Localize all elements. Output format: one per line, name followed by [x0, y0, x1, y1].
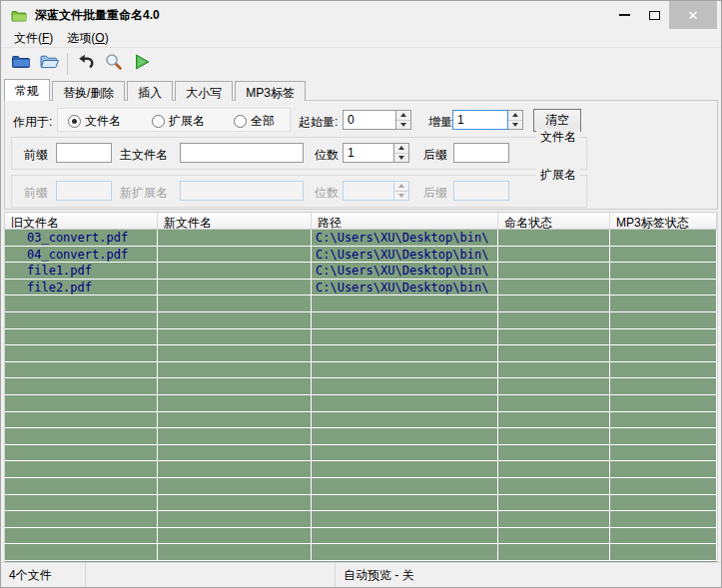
table-row[interactable]: 04_convert.pdfC:\Users\XU\Desktop\bin\ [5, 247, 717, 264]
prefix-input[interactable] [56, 143, 112, 163]
table-row[interactable]: 03_convert.pdfC:\Users\XU\Desktop\bin\ [5, 230, 717, 247]
table-cell-new_name [158, 247, 312, 264]
radio-all[interactable]: 全部 [234, 113, 275, 130]
table-cell-old_name [5, 528, 158, 545]
digits-label: 位数 [315, 147, 339, 164]
table-cell-mp3_status [610, 345, 717, 362]
tab-case[interactable]: 大小写 [175, 81, 233, 101]
table-empty-row[interactable] [5, 528, 717, 545]
minimize-button[interactable] [609, 1, 639, 29]
tab-replace-delete[interactable]: 替换/删除 [52, 81, 125, 101]
apply-to-label: 作用于: [13, 114, 52, 131]
tabstrip: 常规 替换/删除 插入 大小写 MP3标签 [1, 79, 721, 101]
table-cell-path: C:\Users\XU\Desktop\bin\ [312, 247, 498, 264]
auto-preview-panel: 自动预览 - 关 [336, 563, 721, 587]
spin-down-button[interactable] [396, 120, 410, 130]
suffix-input[interactable] [453, 143, 509, 163]
table-cell-path [312, 312, 498, 329]
spin-down-button[interactable] [394, 153, 408, 163]
table-empty-row[interactable] [5, 461, 717, 478]
table-cell-mp3_status [610, 428, 717, 445]
spin-up-button[interactable] [396, 111, 410, 120]
table-cell-name_status [498, 280, 610, 296]
column-header-old-name[interactable]: 旧文件名 [5, 213, 158, 229]
table-row[interactable]: file1.pdfC:\Users\XU\Desktop\bin\ [5, 263, 717, 280]
table-cell-old_name [5, 428, 158, 445]
prefix-label: 前缀 [24, 147, 48, 164]
menu-file[interactable]: 文件(F) [7, 29, 60, 48]
table-cell-new_name [158, 428, 312, 445]
tab-general[interactable]: 常规 [4, 79, 50, 101]
table-cell-old_name [5, 544, 158, 561]
table-empty-row[interactable] [5, 395, 717, 412]
close-button[interactable]: ✕ [669, 1, 717, 29]
maximize-icon [649, 11, 660, 20]
table-cell-path [312, 445, 498, 462]
increment-input[interactable] [452, 110, 508, 130]
column-header-name-status[interactable]: 命名状态 [498, 213, 610, 229]
table-empty-row[interactable] [5, 511, 717, 528]
table-cell-name_status [498, 395, 610, 412]
start-value-input[interactable] [343, 110, 396, 130]
spin-up-button[interactable] [394, 144, 408, 153]
table-cell-old_name [5, 378, 158, 395]
table-cell-name_status [498, 428, 610, 445]
filename-group: 文件名 前缀 主文件名 位数 后缀 [11, 137, 587, 170]
undo-icon [76, 52, 96, 75]
tab-mp3[interactable]: MP3标签 [235, 81, 306, 101]
table-cell-old_name [5, 329, 158, 346]
preview-button[interactable] [102, 52, 126, 76]
column-header-mp3-status[interactable]: MP3标签状态 [610, 213, 717, 229]
table-empty-row[interactable] [5, 412, 717, 429]
add-folder-button[interactable] [37, 52, 61, 76]
table-empty-row[interactable] [5, 312, 717, 329]
undo-button[interactable] [74, 52, 98, 76]
add-files-button[interactable] [9, 52, 33, 76]
table-cell-name_status [498, 247, 610, 264]
table-cell-old_name: 03_convert.pdf [5, 230, 158, 247]
table-cell-mp3_status [610, 461, 717, 478]
spin-up-button[interactable] [508, 111, 522, 120]
table-cell-path [312, 428, 498, 445]
table-empty-row[interactable] [5, 495, 717, 512]
spin-down-button[interactable] [508, 120, 522, 130]
window-title: 深蓝文件批量重命名4.0 [35, 7, 160, 24]
table-cell-mp3_status [610, 511, 717, 528]
table-cell-name_status [498, 345, 610, 362]
table-empty-row[interactable] [5, 362, 717, 379]
increment-label: 增量 [428, 114, 452, 131]
main-name-input[interactable] [180, 143, 304, 163]
table-cell-mp3_status [610, 445, 717, 462]
table-cell-name_status [498, 511, 610, 528]
table-empty-row[interactable] [5, 378, 717, 395]
app-window: 深蓝文件批量重命名4.0 ✕ 文件(F) 选项(O) [0, 0, 722, 588]
table-cell-old_name [5, 412, 158, 429]
maximize-button[interactable] [639, 1, 669, 29]
table-cell-new_name [158, 312, 312, 329]
table-cell-new_name [158, 263, 312, 280]
menu-options[interactable]: 选项(O) [60, 29, 115, 48]
radio-filename[interactable]: 文件名 [68, 113, 121, 130]
toolbar-separator [67, 53, 68, 75]
run-button[interactable] [130, 52, 154, 76]
table-cell-new_name [158, 378, 312, 395]
table-empty-row[interactable] [5, 445, 717, 462]
table-cell-old_name: 04_convert.pdf [5, 247, 158, 264]
table-empty-row[interactable] [5, 428, 717, 445]
column-header-new-name[interactable]: 新文件名 [158, 213, 312, 229]
table-empty-row[interactable] [5, 329, 717, 346]
suffix-label: 后缀 [423, 147, 447, 164]
table-empty-row[interactable] [5, 345, 717, 362]
table-row[interactable]: file2.pdfC:\Users\XU\Desktop\bin\ [5, 280, 717, 296]
table-empty-row[interactable] [5, 478, 717, 495]
column-header-path[interactable]: 路径 [312, 213, 498, 229]
digits-input[interactable] [343, 143, 394, 163]
table-empty-row[interactable] [5, 295, 717, 312]
table-cell-path [312, 378, 498, 395]
radio-extension[interactable]: 扩展名 [152, 113, 205, 130]
table-cell-old_name [5, 511, 158, 528]
increment-spinner [508, 110, 523, 130]
table-empty-row[interactable] [5, 544, 717, 561]
table-cell-new_name [158, 544, 312, 561]
tab-insert[interactable]: 插入 [127, 81, 173, 101]
